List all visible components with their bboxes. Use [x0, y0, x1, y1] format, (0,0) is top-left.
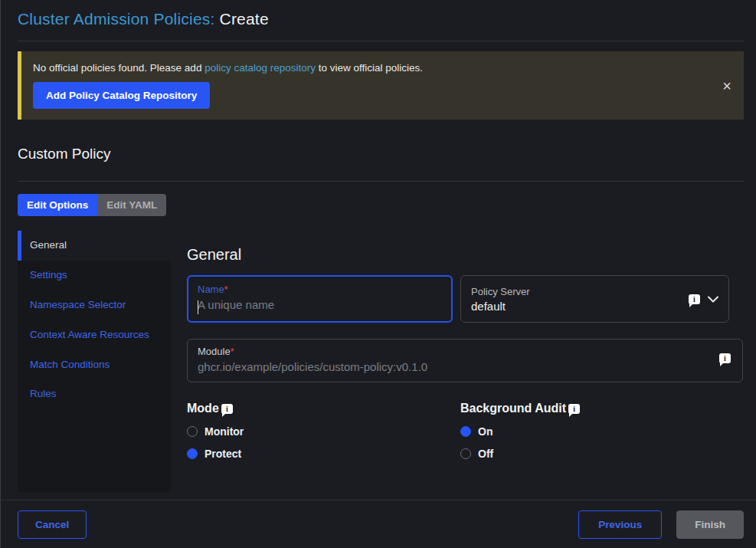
sidebar-item-context-aware-resources[interactable]: Context Aware Resources: [18, 320, 171, 350]
background-audit-group: Background Auditi On Off: [460, 402, 729, 460]
policy-server-value: default: [471, 300, 530, 313]
policy-server-info-icon[interactable]: i: [689, 294, 700, 304]
policy-server-label: Policy Server: [471, 286, 530, 297]
mode-group: Modei Monitor Protect: [187, 402, 453, 460]
background-audit-option-off[interactable]: Off: [460, 448, 729, 460]
page-title-suffix: Create: [220, 10, 269, 28]
text-cursor: [198, 300, 198, 314]
banner-message: No official policies found. Please add p…: [33, 62, 713, 74]
policy-editor-body: General Settings Namespace Selector Cont…: [18, 231, 744, 492]
wizard-footer: Cancel Previous Finish: [1, 500, 756, 548]
sidebar-item-namespace-selector[interactable]: Namespace Selector: [18, 290, 171, 320]
edit-mode-tabs: Edit Options Edit YAML: [18, 194, 166, 216]
general-form-panel: General Name* Policy Server default i: [171, 231, 744, 492]
cancel-button[interactable]: Cancel: [18, 510, 87, 539]
banner-close-icon[interactable]: ×: [722, 78, 731, 94]
no-policies-banner: No official policies found. Please add p…: [18, 51, 744, 120]
background-audit-heading: Background Auditi: [460, 402, 729, 415]
finish-button[interactable]: Finish: [676, 510, 744, 539]
mode-info-icon[interactable]: i: [221, 404, 233, 414]
page-title-prefix: Cluster Admission Policies:: [18, 10, 215, 28]
section-divider: [18, 181, 744, 182]
mode-audit-row: Modei Monitor Protect Background Auditi: [187, 402, 744, 460]
form-sidebar: General Settings Namespace Selector Cont…: [18, 231, 171, 492]
header-divider: [18, 41, 744, 41]
page-title: Cluster Admission Policies: Create: [18, 10, 744, 28]
policy-catalog-repository-link[interactable]: policy catalog repository: [205, 62, 316, 74]
sidebar-item-settings[interactable]: Settings: [18, 261, 171, 290]
module-info-icon[interactable]: i: [719, 353, 731, 363]
policy-server-select[interactable]: Policy Server default i: [460, 275, 729, 323]
name-required-marker: *: [224, 284, 228, 295]
cluster-admission-policy-create-page: Cluster Admission Policies: Create No of…: [0, 0, 756, 548]
sidebar-item-rules[interactable]: Rules: [18, 379, 171, 409]
name-field-label: Name*: [198, 284, 442, 295]
tab-edit-options[interactable]: Edit Options: [18, 194, 97, 216]
module-input[interactable]: [198, 360, 719, 373]
radio-checked-icon: [460, 426, 471, 437]
banner-text-after: to view official policies.: [316, 62, 423, 74]
add-policy-catalog-repository-button[interactable]: Add Policy Catalog Repository: [33, 82, 210, 109]
radio-unchecked-icon: [460, 448, 471, 459]
mode-option-monitor[interactable]: Monitor: [187, 425, 453, 438]
background-audit-info-icon[interactable]: i: [568, 404, 580, 414]
module-required-marker: *: [231, 346, 234, 357]
mode-heading: Modei: [187, 402, 453, 415]
sidebar-item-match-conditions[interactable]: Match Conditions: [18, 350, 171, 380]
name-field-container: Name*: [187, 275, 453, 323]
banner-text-before: No official policies found. Please add: [33, 62, 205, 74]
previous-button[interactable]: Previous: [578, 510, 662, 539]
name-policyserver-row: Name* Policy Server default i: [187, 275, 744, 323]
background-audit-option-on[interactable]: On: [460, 425, 729, 438]
module-field-container: Module* i: [187, 339, 743, 382]
module-row: Module* i: [187, 339, 743, 382]
sidebar-item-general[interactable]: General: [18, 231, 171, 261]
name-input[interactable]: [198, 298, 442, 311]
module-field-label: Module*: [198, 346, 719, 357]
page-header: Cluster Admission Policies: Create: [1, 0, 756, 28]
chevron-down-icon: [708, 296, 718, 303]
radio-checked-icon: [187, 448, 198, 459]
radio-unchecked-icon: [187, 426, 198, 437]
mode-option-protect[interactable]: Protect: [187, 448, 453, 460]
custom-policy-title: Custom Policy: [18, 146, 744, 162]
tab-edit-yaml[interactable]: Edit YAML: [97, 194, 166, 216]
general-section-heading: General: [187, 246, 744, 264]
